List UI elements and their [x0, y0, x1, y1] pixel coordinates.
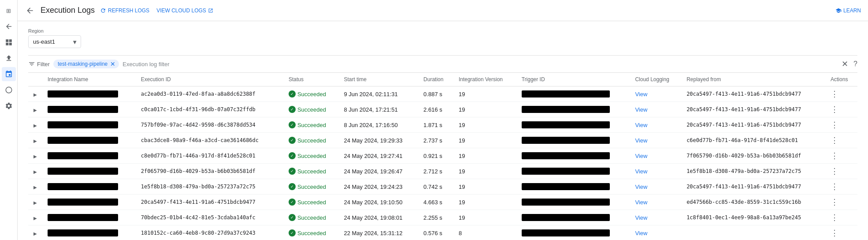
row-replayed-from: 20ca5497-f413-4e11-91a6-4751bdcb9477: [681, 179, 825, 195]
row-view-link[interactable]: View: [635, 184, 647, 190]
row-expand-button[interactable]: ▶: [33, 139, 37, 143]
row-expand-button[interactable]: ▶: [33, 92, 37, 97]
row-expand-button[interactable]: ▶: [33, 169, 37, 174]
table-body: ▶ ac2ea0d3-0119-47ed-8faa-a8a8dc62388f✓S…: [28, 86, 857, 240]
table-row: ▶ 757bf09e-97ac-4d42-9598-d6c3878dd534✓S…: [28, 117, 857, 133]
table-row: ▶ 70bdec25-01b4-4c42-81e5-3cdaba140afc✓S…: [28, 210, 857, 225]
col-status: Status: [283, 73, 339, 86]
row-view-link[interactable]: View: [635, 91, 647, 98]
status-success-icon: ✓: [289, 106, 296, 113]
row-status: ✓Succeeded: [283, 102, 339, 117]
sidebar-settings-icon[interactable]: [2, 99, 16, 113]
table-row: ▶ 2f065790-d16b-4029-b53a-b6b03b6581df✓S…: [28, 164, 857, 179]
row-trigger-id: [516, 210, 630, 225]
row-actions-button[interactable]: ⋮: [831, 136, 838, 145]
col-trigger-id: Trigger ID: [516, 73, 630, 86]
row-execution-id: 757bf09e-97ac-4d42-9598-d6c3878dd534: [136, 117, 283, 133]
filter-button[interactable]: Filter: [28, 60, 50, 68]
row-cloud-logging: View: [630, 117, 681, 133]
row-integration-version: 19: [453, 148, 516, 164]
row-actions: ⋮: [825, 179, 857, 195]
row-status: ✓Succeeded: [283, 117, 339, 133]
row-trigger-id: [516, 148, 630, 164]
row-expand-button[interactable]: ▶: [33, 108, 37, 112]
row-duration: 2.712 s: [418, 164, 453, 179]
sidebar-upload-icon[interactable]: [2, 51, 16, 65]
row-execution-id: 1810152c-ca60-4eb8-9c80-27d9a37c9243: [136, 225, 283, 240]
sidebar-circle-icon[interactable]: [2, 83, 16, 97]
row-actions-button[interactable]: ⋮: [831, 105, 838, 114]
row-start-time: 22 May 2024, 15:31:12: [338, 225, 418, 240]
sidebar-apps-icon[interactable]: ⊞: [2, 4, 16, 18]
filter-help-button[interactable]: ?: [853, 60, 857, 68]
status-success-icon: ✓: [289, 152, 296, 159]
row-replayed-from: 20ca5497-f413-4e11-91a6-4751bdcb9477: [681, 117, 825, 133]
row-start-time: 24 May 2024, 19:27:41: [338, 148, 418, 164]
filter-bar: Filter test-masking-pipeline ✕ Execution…: [28, 55, 857, 73]
row-expand-button[interactable]: ▶: [33, 216, 37, 221]
row-actions: ⋮: [825, 148, 857, 164]
row-view-link[interactable]: View: [635, 168, 647, 175]
refresh-logs-button[interactable]: REFRESH LOGS: [100, 8, 149, 14]
row-replayed-from: [681, 225, 825, 240]
row-start-time: 24 May 2024, 19:26:47: [338, 164, 418, 179]
row-expand-button[interactable]: ▶: [33, 185, 37, 190]
col-replayed-from: Replayed from: [681, 73, 825, 86]
row-view-link[interactable]: View: [635, 230, 647, 236]
row-view-link[interactable]: View: [635, 122, 647, 128]
filter-chip-close-button[interactable]: ✕: [110, 60, 115, 68]
region-select[interactable]: us-east1 us-west1 us-central1 europe-wes…: [28, 35, 81, 48]
row-integration-name: [42, 86, 136, 102]
row-replayed-from: 7f065790-d16b-4029-b53a-b6b03b6581df: [681, 148, 825, 164]
row-cloud-logging: View: [630, 195, 681, 210]
sidebar: ⊞: [0, 0, 18, 240]
row-status: ✓Succeeded: [283, 148, 339, 164]
row-view-link[interactable]: View: [635, 106, 647, 113]
row-actions-button[interactable]: ⋮: [831, 90, 838, 98]
row-replayed-from: 20ca5497-f413-4e11-91a6-4751bdcb9477: [681, 102, 825, 117]
row-actions-button[interactable]: ⋮: [831, 120, 838, 129]
row-integration-version: 19: [453, 195, 516, 210]
row-expand-button[interactable]: ▶: [33, 154, 37, 159]
row-trigger-id: [516, 133, 630, 148]
top-bar-right: LEARN: [835, 8, 861, 14]
back-button[interactable]: [25, 5, 35, 16]
sidebar-grid-icon[interactable]: [2, 35, 16, 49]
row-actions: ⋮: [825, 164, 857, 179]
status-success-icon: ✓: [289, 214, 296, 221]
filter-chip[interactable]: test-masking-pipeline ✕: [53, 60, 119, 68]
row-view-link[interactable]: View: [635, 137, 647, 144]
row-actions: ⋮: [825, 102, 857, 117]
row-view-link[interactable]: View: [635, 153, 647, 159]
row-expand-button[interactable]: ▶: [33, 231, 37, 236]
row-expand-button[interactable]: ▶: [33, 200, 37, 205]
row-start-time: 24 May 2024, 19:08:01: [338, 210, 418, 225]
page-title: Execution Logs: [41, 6, 95, 15]
table-header-row: Integration Name Execution ID Status Sta…: [28, 73, 857, 86]
view-cloud-logs-button[interactable]: VIEW CLOUD LOGS: [156, 8, 213, 14]
top-bar: Execution Logs REFRESH LOGS VIEW CLOUD L…: [18, 0, 868, 21]
row-duration: 0.887 s: [418, 86, 453, 102]
row-actions-button[interactable]: ⋮: [831, 182, 838, 191]
row-view-link[interactable]: View: [635, 214, 647, 221]
row-expand-button[interactable]: ▶: [33, 123, 37, 128]
row-actions-button[interactable]: ⋮: [831, 151, 838, 160]
col-integration-version: Integration Version: [453, 73, 516, 86]
row-integration-name: [42, 102, 136, 117]
sidebar-integration-icon[interactable]: [2, 67, 16, 81]
filter-close-button[interactable]: ✕: [842, 59, 848, 69]
learn-button[interactable]: LEARN: [835, 8, 861, 14]
row-integration-name: [42, 148, 136, 164]
row-integration-version: 19: [453, 210, 516, 225]
row-duration: 0.742 s: [418, 179, 453, 195]
filter-input-placeholder[interactable]: Execution log filter: [122, 61, 169, 68]
row-actions-button[interactable]: ⋮: [831, 213, 838, 222]
row-actions-button[interactable]: ⋮: [831, 198, 838, 206]
sidebar-back-icon[interactable]: [2, 19, 16, 34]
row-view-link[interactable]: View: [635, 199, 647, 206]
row-actions: ⋮: [825, 210, 857, 225]
row-duration: 4.663 s: [418, 195, 453, 210]
table-row: ▶ 1810152c-ca60-4eb8-9c80-27d9a37c9243✓S…: [28, 225, 857, 240]
row-actions-button[interactable]: ⋮: [831, 229, 838, 237]
row-actions-button[interactable]: ⋮: [831, 167, 838, 176]
